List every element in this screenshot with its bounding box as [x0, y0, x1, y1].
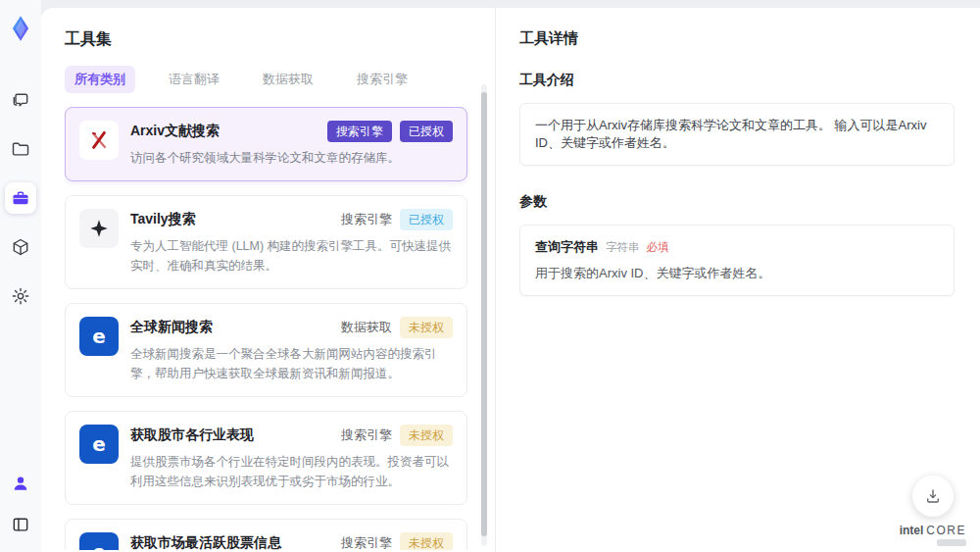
- tool-name: Arxiv文献搜索: [130, 121, 220, 140]
- params-section-title: 参数: [519, 193, 955, 211]
- star-icon: [79, 209, 119, 248]
- parameter-type: 字符串: [606, 240, 640, 255]
- tool-card[interactable]: e获取股市各行业表现搜索引擎未授权提供股票市场各个行业在特定时间段内的表现。投资…: [65, 411, 467, 505]
- tool-card[interactable]: Arxiv文献搜索搜索引擎已授权访问各个研究领域大量科学论文和文章的存储库。: [65, 107, 467, 181]
- tool-intro-text: 一个用于从Arxiv存储库搜索科学论文和文章的工具。 输入可以是Arxiv ID…: [535, 118, 926, 150]
- tool-description: 全球新闻搜索是一个聚合全球各大新闻网站内容的搜索引擎，帮助用户快速获取全球最新资…: [130, 344, 453, 383]
- tool-category-badge: 数据获取: [341, 319, 392, 336]
- tool-status-badge: 未授权: [400, 317, 453, 338]
- parameter-description: 用于搜索的Arxiv ID、关键字或作者姓名。: [535, 265, 939, 282]
- tool-name: 获取市场最活跃股票信息: [130, 532, 281, 550]
- tool-list: Arxiv文献搜索搜索引擎已授权访问各个研究领域大量科学论文和文章的存储库。Ta…: [65, 107, 469, 550]
- panel-icon: [11, 515, 30, 534]
- sidebar-item-user[interactable]: [5, 468, 36, 499]
- page-title: 工具集: [65, 29, 469, 50]
- parameter-name: 查询字符串: [535, 238, 599, 256]
- category-tabs: 所有类别语言翻译数据获取搜索引擎: [65, 66, 469, 93]
- tool-name: 获取股市各行业表现: [130, 425, 254, 444]
- params-box: 查询字符串字符串必填用于搜索的Arxiv ID、关键字或作者姓名。: [519, 225, 955, 296]
- tab-category-0[interactable]: 所有类别: [65, 66, 135, 93]
- tools-panel: 工具集 所有类别语言翻译数据获取搜索引擎 Arxiv文献搜索搜索引擎已授权访问各…: [41, 8, 495, 552]
- tool-category-badge: 搜索引擎: [341, 534, 392, 550]
- tool-intro-box: 一个用于从Arxiv存储库搜索科学论文和文章的工具。 输入可以是Arxiv ID…: [519, 103, 955, 166]
- chat-icon: [11, 90, 30, 110]
- tool-card[interactable]: e全球新闻搜索数据获取未授权全球新闻搜索是一个聚合全球各大新闻网站内容的搜索引擎…: [65, 303, 467, 397]
- tool-description: 专为人工智能代理 (LLM) 构建的搜索引擎工具。可快速提供实时、准确和真实的结…: [130, 236, 453, 276]
- sidebar-item-folder[interactable]: [5, 133, 36, 165]
- user-icon: [11, 474, 30, 493]
- sidebar-item-collapse-panel[interactable]: [5, 509, 36, 540]
- tool-category-badge: 搜索引擎: [327, 121, 392, 142]
- intro-section-title: 工具介绍: [519, 72, 955, 89]
- tool-name: 全球新闻搜索: [130, 317, 213, 336]
- sidebar-items: [5, 84, 36, 312]
- sidebar-item-toolbox[interactable]: [5, 182, 36, 214]
- intel-sub-badge: [937, 539, 966, 546]
- news-icon: e: [79, 425, 119, 464]
- tool-category-badge: 搜索引擎: [341, 211, 392, 228]
- tool-name: Tavily搜索: [130, 209, 196, 228]
- tab-category-2[interactable]: 数据获取: [253, 66, 323, 93]
- main-surface: 工具集 所有类别语言翻译数据获取搜索引擎 Arxiv文献搜索搜索引擎已授权访问各…: [41, 8, 980, 552]
- tool-list-scrollbar[interactable]: [481, 84, 487, 546]
- download-button[interactable]: [912, 476, 954, 517]
- tool-card[interactable]: Tavily搜索搜索引擎已授权专为人工智能代理 (LLM) 构建的搜索引擎工具。…: [65, 195, 467, 289]
- sidebar-item-models[interactable]: [5, 231, 36, 263]
- tool-card[interactable]: e获取市场最活跃股票信息搜索引擎未授权提供当天交易量最高的股票列表，投资者可以利…: [65, 519, 467, 550]
- news-icon: e: [79, 317, 119, 356]
- gear-icon: [11, 286, 30, 306]
- tool-status-badge: 未授权: [400, 532, 453, 550]
- tool-status-badge: 已授权: [400, 121, 453, 142]
- news-icon: e: [79, 532, 119, 550]
- tool-status-badge: 未授权: [400, 425, 453, 446]
- tool-description: 提供股票市场各个行业在特定时间段内的表现。投资者可以利用这些信息来识别表现优于或…: [130, 452, 453, 491]
- briefcase-icon: [11, 188, 30, 208]
- app-sidebar: [0, 0, 41, 552]
- cube-icon: [11, 237, 30, 257]
- sidebar-bottom-items: [5, 468, 36, 540]
- arxiv-icon: [79, 121, 119, 160]
- scrollbar-thumb[interactable]: [481, 92, 487, 536]
- tool-category-badge: 搜索引擎: [341, 427, 392, 444]
- detail-title: 工具详情: [519, 29, 955, 48]
- intel-core-logo: intelCORE: [900, 524, 966, 546]
- parameter-required-flag: 必填: [647, 240, 669, 255]
- parameter-item: 查询字符串字符串必填用于搜索的Arxiv ID、关键字或作者姓名。: [535, 238, 939, 282]
- sidebar-item-settings[interactable]: [5, 280, 36, 312]
- tool-detail-panel: 工具详情 工具介绍 一个用于从Arxiv存储库搜索科学论文和文章的工具。 输入可…: [495, 8, 980, 552]
- intel-brand-text: intel: [900, 524, 924, 537]
- sidebar-item-chat[interactable]: [5, 84, 36, 116]
- tab-category-3[interactable]: 搜索引擎: [347, 66, 417, 93]
- tool-description: 访问各个研究领域大量科学论文和文章的存储库。: [130, 148, 453, 168]
- download-icon: [924, 487, 942, 505]
- folder-icon: [11, 139, 30, 159]
- tool-status-badge: 已授权: [400, 209, 453, 230]
- floating-corner-widgets: intelCORE: [900, 476, 966, 546]
- core-brand-text: CORE: [926, 524, 966, 537]
- tab-category-1[interactable]: 语言翻译: [159, 66, 229, 93]
- app-logo-icon: [4, 12, 37, 45]
